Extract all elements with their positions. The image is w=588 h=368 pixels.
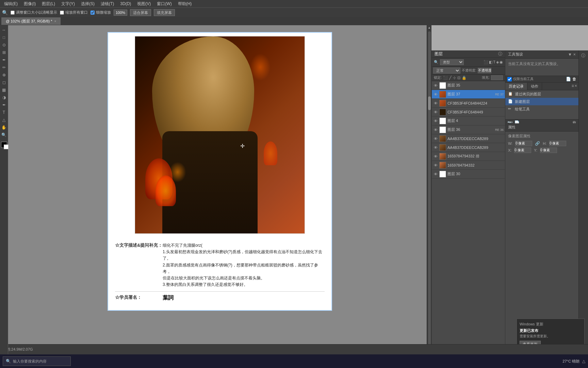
menu-view[interactable]: 视图(V) xyxy=(134,0,153,7)
layers-type-select[interactable]: 类型 xyxy=(440,59,464,65)
h-input[interactable] xyxy=(549,141,566,146)
menu-edit[interactable]: 编辑(E) xyxy=(1,0,20,7)
path-tool[interactable]: △ xyxy=(1,117,7,123)
zoom-tool[interactable]: 🔍 xyxy=(1,132,7,138)
tab-close-button[interactable]: × xyxy=(54,19,56,23)
history-panel-close[interactable]: × xyxy=(575,83,577,89)
layer-row[interactable]: 👁 图层 37 RE 37 xyxy=(432,90,505,99)
taskbar-search[interactable]: 🔍 输入你要搜索的内容 xyxy=(3,356,71,366)
history-item[interactable]: 📄 新建图层 xyxy=(505,98,578,105)
actions-tab[interactable]: 动作 xyxy=(527,83,542,90)
gradient-tool[interactable]: ▦ xyxy=(1,87,7,93)
foreground-color[interactable] xyxy=(1,142,7,148)
layer-visibility-cf1[interactable]: 👁 xyxy=(433,101,438,105)
history-item[interactable]: ✏ 绘笔工具 xyxy=(505,105,578,113)
vertical-scrollbar[interactable]: ▲ ▼ xyxy=(427,25,431,363)
fit-screen-button[interactable]: 适合屏幕 xyxy=(130,9,151,16)
layer-visibility-cf2[interactable]: 👁 xyxy=(433,110,438,114)
menu-window[interactable]: 窗口(W) xyxy=(154,0,174,7)
lock-move-icon[interactable]: ⊹ xyxy=(453,76,456,80)
zoom-input[interactable] xyxy=(114,10,127,16)
history-tab[interactable]: 历史记录 xyxy=(505,83,527,90)
fill-screen-button[interactable]: 填充屏幕 xyxy=(154,9,175,16)
layers-type-filter[interactable]: T xyxy=(493,60,495,64)
scroll-up-arrow[interactable]: ▲ xyxy=(427,25,432,30)
tool-preset-header[interactable]: 工具预设 ▼ × xyxy=(505,50,578,59)
scrubby-zoom-checkbox[interactable] xyxy=(91,11,95,15)
brush-tool[interactable]: ✏ xyxy=(1,64,7,71)
select-tool[interactable]: □ xyxy=(1,34,7,41)
y-input[interactable] xyxy=(540,148,557,153)
layer-row[interactable]: 👁 AA4B37DDEECCAB289 xyxy=(432,143,505,152)
lasso-tool[interactable]: ⊙ xyxy=(1,42,7,48)
menu-filter[interactable]: 滤镜(T) xyxy=(98,0,117,7)
menu-layer[interactable]: 图层(L) xyxy=(39,0,58,7)
layer-visibility-1659a[interactable]: 👁 xyxy=(433,154,438,158)
menu-select[interactable]: 选择(S) xyxy=(78,0,97,7)
menu-type[interactable]: 文字(Y) xyxy=(59,0,78,7)
toolbar-zoom-fit-label[interactable]: 缩放所有窗口 xyxy=(60,10,88,15)
layer-visibility-4[interactable]: 👁 xyxy=(433,119,438,123)
layers-shape-filter[interactable]: ◈ xyxy=(496,60,499,64)
layer-visibility-37[interactable]: 👁 xyxy=(433,92,438,96)
lock-all-icon[interactable]: 🔒 xyxy=(462,76,467,80)
layer-visibility-aa2[interactable]: 👁 xyxy=(433,145,438,150)
scroll-track-v[interactable] xyxy=(428,31,431,357)
x-input[interactable] xyxy=(514,148,531,153)
lock-artboard-icon[interactable]: ⊡ xyxy=(457,76,460,80)
layers-smart-filter[interactable]: ◉ xyxy=(500,60,503,64)
lock-pixels-icon[interactable]: ⬛ xyxy=(443,76,448,80)
notification-icon[interactable]: △ xyxy=(582,359,585,364)
adjust-checkbox[interactable] xyxy=(11,11,15,15)
move-tool[interactable]: ↔ xyxy=(1,27,7,33)
layer-row[interactable]: 👁 1659784794332 排 xyxy=(432,152,505,161)
delete-tool-icon[interactable]: 🗑 xyxy=(572,77,576,81)
tab-label: @ 102% (图层 37, RGB/8) * xyxy=(6,19,52,24)
layer-row[interactable]: 👁 图层 35 xyxy=(432,81,505,90)
hand-tool[interactable]: ✋ xyxy=(1,124,7,131)
layer-visibility-aa1[interactable]: 👁 xyxy=(433,137,438,141)
layer-row[interactable]: 👁 图层 4 xyxy=(432,117,505,125)
layer-row[interactable]: 👁 CF3B53F4FC648449 xyxy=(432,108,505,117)
layer-row[interactable]: 👁 图层 30 xyxy=(432,170,505,179)
toolbar-scrubby-zoom-label[interactable]: 细微缩放 xyxy=(91,10,111,15)
create-tool-icon[interactable]: 📄 xyxy=(566,77,571,81)
opacity-input[interactable] xyxy=(478,68,491,73)
w-input[interactable] xyxy=(515,141,532,146)
current-tool-checkbox[interactable] xyxy=(507,77,512,81)
layer-row[interactable]: 👁 1659784794332 xyxy=(432,161,505,170)
info-panel-icon[interactable]: ⓘ xyxy=(579,52,587,59)
type-tool[interactable]: T xyxy=(1,109,7,116)
tool-preset-close[interactable]: × xyxy=(573,52,576,57)
layer-visibility-30[interactable]: 👁 xyxy=(433,172,438,176)
lock-gradient-icon[interactable]: ╱ xyxy=(449,76,452,80)
blend-mode-select[interactable]: 正常 xyxy=(433,67,460,74)
history-panel-menu[interactable]: ≡ xyxy=(572,83,574,89)
clone-tool[interactable]: ⊕ xyxy=(1,72,7,78)
toolbar-adjust-checkbox-label[interactable]: 调整窗口大小以清晰显示 xyxy=(11,10,57,15)
properties-header[interactable]: 属性 xyxy=(505,123,578,132)
layer-row[interactable]: 👁 CF3B53F4FC64844224 xyxy=(432,99,505,108)
layers-adjust-filter[interactable]: ◧ xyxy=(489,60,492,64)
crop-tool[interactable]: ⊞ xyxy=(1,49,7,56)
zoom-fit-checkbox[interactable] xyxy=(60,11,64,15)
layers-pixel-filter[interactable]: ⬛ xyxy=(484,60,488,64)
scroll-thumb-v[interactable] xyxy=(428,96,431,110)
eyedropper-tool[interactable]: ✒ xyxy=(1,57,7,63)
layers-info-icon[interactable]: ⓘ xyxy=(498,51,502,57)
pen-tool[interactable]: ✒ xyxy=(1,102,7,108)
layer-visibility-35[interactable]: 👁 xyxy=(433,83,438,88)
blur-tool[interactable]: ◑ xyxy=(1,94,7,101)
fill-input[interactable] xyxy=(491,75,503,80)
menu-3d[interactable]: 3D(D) xyxy=(117,1,134,7)
layer-visibility-36[interactable]: 👁 xyxy=(433,128,438,132)
menu-help[interactable]: 帮助(H) xyxy=(175,0,195,7)
document-tab[interactable]: @ 102% (图层 37, RGB/8) * × xyxy=(1,17,61,25)
history-item[interactable]: 📋 通过拷贝的图层 xyxy=(505,90,578,98)
layer-visibility-1659b[interactable]: 👁 xyxy=(433,163,438,167)
layer-row[interactable]: 👁 图层 36 RE 36 xyxy=(432,125,505,134)
eraser-tool[interactable]: ◻ xyxy=(1,79,7,86)
layer-row[interactable]: 👁 AA4B37DDEECCAB289 xyxy=(432,134,505,143)
menu-image[interactable]: 图像(I) xyxy=(21,0,38,7)
tool-preset-expand[interactable]: ▼ xyxy=(568,52,572,57)
